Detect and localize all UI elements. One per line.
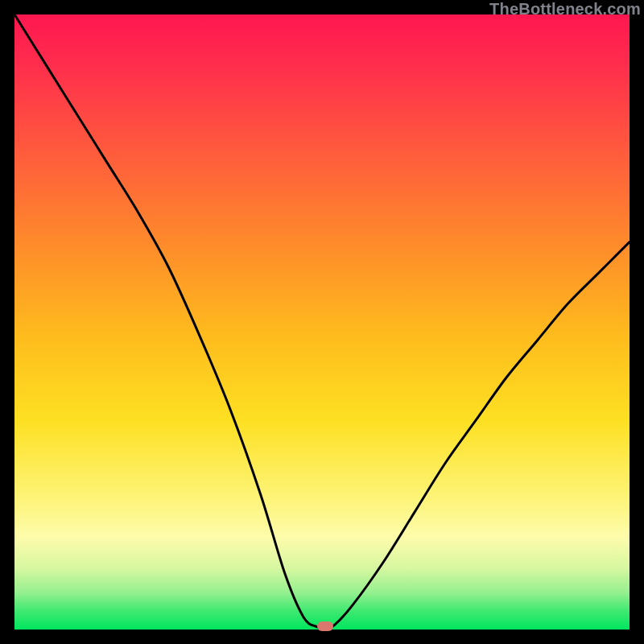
optimum-marker bbox=[317, 621, 333, 631]
plot-area bbox=[14, 14, 630, 630]
bottleneck-curve bbox=[14, 14, 630, 627]
curve-layer bbox=[14, 14, 630, 630]
watermark-text: TheBottleneck.com bbox=[489, 0, 641, 19]
chart-container: TheBottleneck.com bbox=[0, 0, 644, 644]
